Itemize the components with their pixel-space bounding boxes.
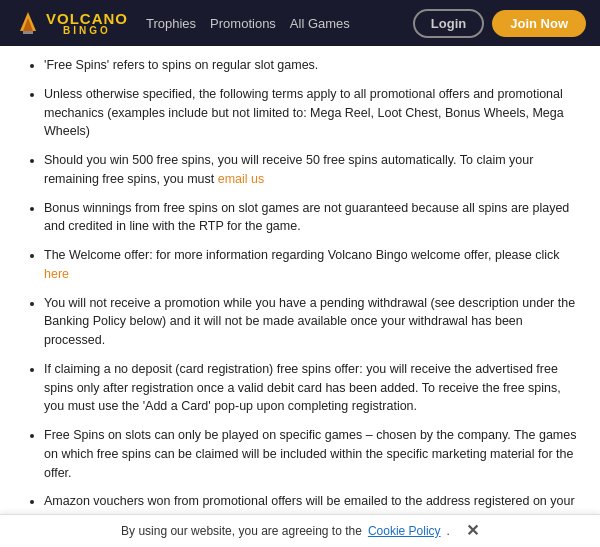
cookie-policy-link[interactable]: Cookie Policy — [368, 524, 441, 538]
item-8-text: Free Spins on slots can only be played o… — [44, 428, 576, 480]
list-item: Free Spins on slots can only be played o… — [44, 426, 578, 482]
here-link[interactable]: here — [44, 267, 69, 281]
cookie-close-button[interactable]: ✕ — [466, 523, 479, 539]
terms-list: 'Free Spins' refers to spins on regular … — [22, 56, 578, 547]
cookie-text-before: By using our website, you are agreeing t… — [121, 524, 362, 538]
logo-bingo-text: BINGO — [63, 26, 111, 36]
email-us-link[interactable]: email us — [218, 172, 265, 186]
login-button[interactable]: Login — [413, 9, 484, 38]
logo: VOLCANO BINGO — [14, 9, 128, 37]
nav-promotions[interactable]: Promotions — [210, 16, 276, 31]
header: VOLCANO BINGO Trophies Promotions All Ga… — [0, 0, 600, 46]
item-5-text-before: The Welcome offer: for more information … — [44, 248, 560, 262]
logo-volcano-text: VOLCANO — [46, 11, 128, 26]
item-3-text-before: Should you win 500 free spins, you will … — [44, 153, 533, 186]
item-2-text: Unless otherwise specified, the followin… — [44, 87, 564, 139]
nav-trophies[interactable]: Trophies — [146, 16, 196, 31]
join-now-button[interactable]: Join Now — [492, 10, 586, 37]
cookie-bar: By using our website, you are agreeing t… — [0, 514, 600, 547]
list-item: Bonus winnings from free spins on slot g… — [44, 199, 578, 237]
list-item: The Welcome offer: for more information … — [44, 246, 578, 284]
header-buttons: Login Join Now — [413, 9, 586, 38]
list-item: Should you win 500 free spins, you will … — [44, 151, 578, 189]
item-1-text: 'Free Spins' refers to spins on regular … — [44, 58, 318, 72]
item-4-text: Bonus winnings from free spins on slot g… — [44, 201, 569, 234]
volcano-icon — [14, 9, 42, 37]
list-item: If claiming a no deposit (card registrat… — [44, 360, 578, 416]
cookie-text-after: . — [447, 524, 450, 538]
item-7-text: If claiming a no deposit (card registrat… — [44, 362, 561, 414]
list-item: Unless otherwise specified, the followin… — [44, 85, 578, 141]
list-item: 'Free Spins' refers to spins on regular … — [44, 56, 578, 75]
item-6-text: You will not receive a promotion while y… — [44, 296, 575, 348]
nav-all-games[interactable]: All Games — [290, 16, 350, 31]
main-content: 'Free Spins' refers to spins on regular … — [0, 46, 600, 547]
nav: Trophies Promotions All Games — [146, 16, 395, 31]
svg-rect-2 — [23, 31, 33, 34]
logo-text: VOLCANO BINGO — [46, 11, 128, 36]
list-item: You will not receive a promotion while y… — [44, 294, 578, 350]
